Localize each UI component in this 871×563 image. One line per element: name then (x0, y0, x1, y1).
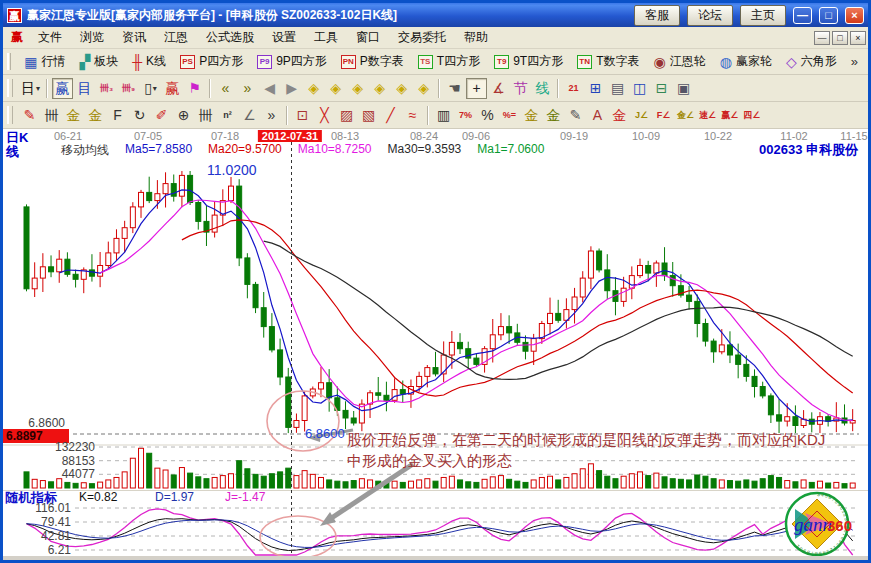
forum-button[interactable]: 论坛 (687, 5, 733, 26)
menu-info[interactable]: 资讯 (113, 27, 155, 48)
tool-winner-wheel[interactable]: ◍赢家轮 (714, 52, 778, 71)
tool-bars-3-button[interactable]: 卌₃ (96, 78, 117, 99)
tool-compass-4-button[interactable]: ◈ (369, 78, 390, 99)
tool-nav-prev-button[interactable]: ◀ (259, 78, 280, 99)
tool-compass-1-button[interactable]: ◈ (303, 78, 324, 99)
tool-calendar-button[interactable]: 21 (563, 78, 584, 99)
menu-gann[interactable]: 江恩 (155, 27, 197, 48)
tool-tool-xian-button[interactable]: 线 (532, 78, 553, 99)
draw-gold-grid-1-button[interactable]: 金 (63, 105, 84, 126)
draw-angle-j-button[interactable]: J∠ (631, 105, 652, 126)
draw-pct-7-button[interactable]: 7% (455, 105, 476, 126)
draw-pct-button[interactable]: % (477, 105, 498, 126)
tool-candle-style-button[interactable]: ▯▾ (140, 78, 161, 99)
homepage-button[interactable]: 主页 (740, 5, 786, 26)
draw-gold-line-button[interactable]: 金 (543, 105, 564, 126)
draw-gold-grid-2-button[interactable]: 金 (85, 105, 106, 126)
tool-print-button[interactable]: ▣ (673, 78, 694, 99)
tool-hexagon[interactable]: ◇六角形 (780, 52, 843, 71)
draw-fan-rays-button[interactable]: ╳ (314, 105, 335, 126)
tool-quotes[interactable]: ▦行情 (18, 52, 71, 71)
date-tick: 08-24 (410, 130, 438, 142)
draw-f-grid-button[interactable]: F (107, 105, 128, 126)
draw-circle-grid-button[interactable]: ⊕ (173, 105, 194, 126)
tool-crosshair-button[interactable]: + (466, 78, 487, 99)
tool-calculator-button[interactable]: ⊞ (585, 78, 606, 99)
mdi-close-button[interactable]: × (850, 31, 866, 45)
draw-angle-win-button[interactable]: 赢∠ (719, 105, 740, 126)
draw-spiral-button[interactable]: ↻ (129, 105, 150, 126)
draw-brush-button[interactable]: ✎ (19, 105, 40, 126)
tool-flag-button[interactable]: ⚑ (184, 78, 205, 99)
tool-pan-hand-button[interactable]: ☚ (444, 78, 465, 99)
minimize-button[interactable]: — (793, 7, 812, 24)
tool-sectors[interactable]: ▞板块 (73, 52, 124, 71)
tool-gann-wheel[interactable]: ◉江恩轮 (648, 52, 712, 71)
draw-grid-tool-2-button[interactable]: 卌 (195, 105, 216, 126)
draw-angle-tool-button[interactable]: ∠ (239, 105, 260, 126)
draw-fan-shade-1-button[interactable]: ▨ (336, 105, 357, 126)
tool-compass-3-button[interactable]: ◈ (347, 78, 368, 99)
menu-tools[interactable]: 工具 (305, 27, 347, 48)
draw-gold-circle-button[interactable]: 金 (521, 105, 542, 126)
menu-bar: 赢 文件浏览资讯江恩公式选股设置工具窗口交易委托帮助 — □ × (3, 27, 868, 49)
draw-gold-red-button[interactable]: 金 (609, 105, 630, 126)
draw-brush-2-button[interactable]: ✐ (151, 105, 172, 126)
draw-angle-four-button[interactable]: 四∠ (741, 105, 762, 126)
tool-compass-2-button[interactable]: ◈ (325, 78, 346, 99)
tool-kline[interactable]: ╫K线 (126, 52, 172, 71)
tool-save-button[interactable]: ◫ (629, 78, 650, 99)
tool-p-square[interactable]: PSP四方形 (174, 52, 249, 71)
tool-t-square[interactable]: TST四方形 (412, 52, 486, 71)
tool-nav-last-button[interactable]: » (237, 78, 258, 99)
tool-p-digit[interactable]: PNP数字表 (335, 52, 410, 71)
tool-nav-next-button[interactable]: ▶ (281, 78, 302, 99)
tool-notes-button[interactable]: ▤ (607, 78, 628, 99)
draw-angle-f-button[interactable]: F∠ (653, 105, 674, 126)
draw-fan-shade-2-button[interactable]: ▧ (358, 105, 379, 126)
draw-zigzag-button[interactable]: ≈ (402, 105, 423, 126)
crosshair-icon: + (472, 80, 480, 96)
tool-protractor-button[interactable]: ∡ (488, 78, 509, 99)
tool-compass-6-button[interactable]: ◈ (413, 78, 434, 99)
menu-help[interactable]: 帮助 (455, 27, 497, 48)
toolbar-overflow-button[interactable]: » (845, 54, 864, 69)
mdi-minimize-button[interactable]: — (814, 31, 830, 45)
tool-9t-square[interactable]: T99T四方形 (488, 52, 569, 71)
mdi-restore-button[interactable]: □ (832, 31, 848, 45)
customer-service-button[interactable]: 客服 (634, 5, 680, 26)
tool-info-view-button[interactable]: 目 (74, 78, 95, 99)
tool-tool-jie-button[interactable]: 节 (510, 78, 531, 99)
close-button[interactable]: × (845, 7, 864, 24)
tool-t-digit[interactable]: TNT数字表 (571, 52, 645, 71)
draw-more-button[interactable]: » (261, 105, 282, 126)
tool-winner-red-button[interactable]: 赢 (162, 78, 183, 99)
draw-text-tool-button[interactable]: A (587, 105, 608, 126)
menu-window[interactable]: 窗口 (347, 27, 389, 48)
menu-trade[interactable]: 交易委托 (389, 27, 455, 48)
menu-formula[interactable]: 公式选股 (197, 27, 263, 48)
tool-period-day-button[interactable]: 日▾ (19, 78, 42, 99)
draw-grid-tool-button[interactable]: 卌 (41, 105, 62, 126)
draw-ruler-button[interactable]: ▥ (433, 105, 454, 126)
draw-angle-gold-button[interactable]: 金∠ (675, 105, 696, 126)
draw-n-square-button[interactable]: n² (217, 105, 238, 126)
more-icon: » (268, 107, 276, 123)
draw-pct-line-button[interactable]: %= (499, 105, 520, 126)
draw-pen-button[interactable]: ✎ (565, 105, 586, 126)
draw-fan-box-button[interactable]: ⊡ (292, 105, 313, 126)
menu-file[interactable]: 文件 (29, 27, 71, 48)
menu-settings[interactable]: 设置 (263, 27, 305, 48)
tool-9p-square[interactable]: P99P四方形 (251, 52, 333, 71)
period-label: 日K线 (6, 131, 38, 159)
tool-bars-9-button[interactable]: 卌₉ (118, 78, 139, 99)
tool-nav-first-button[interactable]: « (215, 78, 236, 99)
tool-export-button[interactable]: ⊟ (651, 78, 672, 99)
tool-compass-5-button[interactable]: ◈ (391, 78, 412, 99)
menu-browse[interactable]: 浏览 (71, 27, 113, 48)
draw-fan-line-button[interactable]: ╱ (380, 105, 401, 126)
chart-area[interactable]: 日K线 移动均线Ma5=7.8580Ma20=9.5700Ma10=8.7250… (3, 129, 868, 556)
draw-angle-speed-button[interactable]: 速∠ (697, 105, 718, 126)
tool-winner-view-button[interactable]: 赢 (52, 78, 73, 99)
restore-button[interactable]: □ (819, 7, 838, 24)
